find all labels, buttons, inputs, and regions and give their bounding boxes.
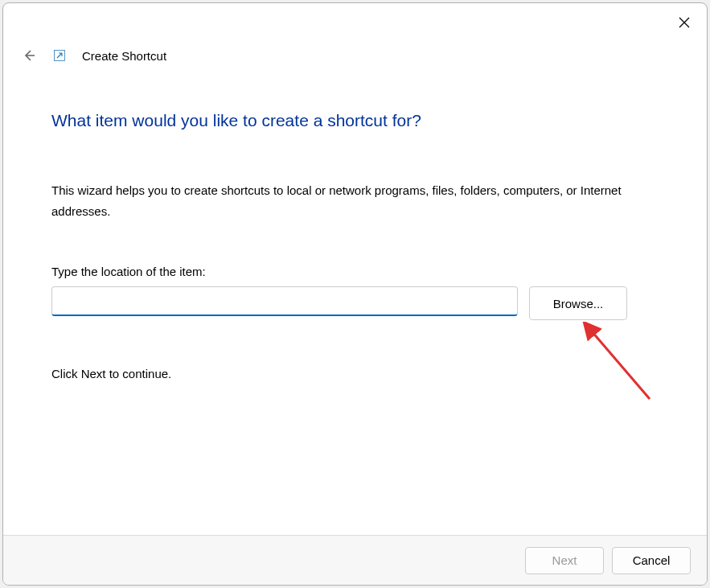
create-shortcut-window: Create Shortcut What item would you like… bbox=[2, 2, 708, 586]
header-row: Create Shortcut bbox=[3, 42, 707, 69]
close-button[interactable] bbox=[673, 11, 696, 34]
continue-text: Click Next to continue. bbox=[51, 367, 659, 380]
location-label: Type the location of the item: bbox=[51, 265, 659, 278]
shortcut-icon bbox=[53, 49, 66, 62]
next-button[interactable]: Next bbox=[525, 547, 604, 574]
location-input[interactable] bbox=[51, 286, 518, 316]
back-button[interactable] bbox=[21, 47, 37, 64]
close-icon bbox=[679, 17, 690, 28]
page-heading: What item would you like to create a sho… bbox=[51, 111, 659, 130]
footer: Next Cancel bbox=[3, 535, 707, 585]
description-text: This wizard helps you to create shortcut… bbox=[51, 180, 659, 221]
content-area: What item would you like to create a sho… bbox=[3, 69, 707, 535]
browse-button[interactable]: Browse... bbox=[529, 286, 627, 320]
cancel-button[interactable]: Cancel bbox=[612, 547, 691, 574]
titlebar bbox=[3, 3, 707, 42]
input-row: Browse... bbox=[51, 286, 659, 320]
back-arrow-icon bbox=[22, 48, 36, 63]
wizard-title: Create Shortcut bbox=[82, 49, 166, 63]
